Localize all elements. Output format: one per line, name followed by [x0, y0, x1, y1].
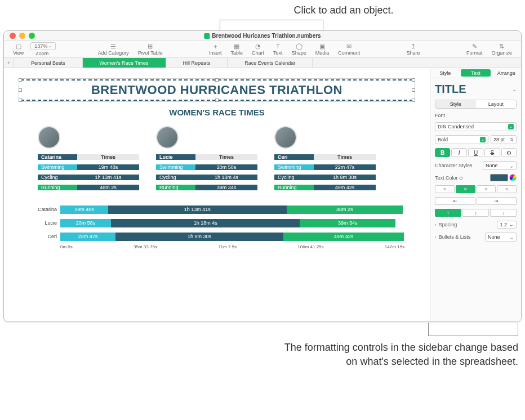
- valign-middle-button[interactable]: ↕: [462, 209, 489, 217]
- activity-label: Swimming: [38, 164, 77, 170]
- resize-handle[interactable]: [215, 99, 219, 102]
- spacing-select[interactable]: 1.2 ⌄: [497, 221, 517, 229]
- pivot-table-button[interactable]: ⊞ Pivot Table: [134, 43, 167, 56]
- paragraph-style-preview[interactable]: TITLE: [435, 83, 466, 96]
- resize-handle[interactable]: [412, 99, 415, 102]
- sheet-tab-personal-bests[interactable]: Personal Bests: [14, 58, 83, 68]
- sidebar-tab-text[interactable]: Text: [461, 69, 490, 77]
- table-button[interactable]: ▦Table: [226, 43, 248, 56]
- insert-label: Insert: [209, 50, 222, 56]
- advanced-options-button[interactable]: ⚙: [501, 148, 517, 157]
- font-size-stepper[interactable]: 28 pt ⇅: [491, 135, 517, 144]
- share-label: Share: [407, 50, 420, 56]
- resize-handle[interactable]: [412, 88, 415, 92]
- valign-bottom-button[interactable]: ↓: [490, 209, 517, 217]
- zoom-dropdown[interactable]: 137% ⌄: [30, 42, 56, 50]
- italic-button[interactable]: I: [451, 148, 466, 157]
- valign-top-button[interactable]: ↑: [435, 209, 461, 217]
- table-row: Cycling1h 9m 30s: [274, 172, 376, 182]
- resize-handle[interactable]: [215, 78, 219, 82]
- resize-handle[interactable]: [19, 78, 22, 82]
- indent-button[interactable]: ⇥: [477, 197, 517, 205]
- subtab-style[interactable]: Style: [435, 100, 476, 108]
- resize-handle[interactable]: [19, 99, 22, 102]
- align-left-button[interactable]: ≡: [435, 185, 455, 193]
- format-icon: ✎: [470, 43, 478, 50]
- chart-button[interactable]: ◔Chart: [247, 43, 269, 56]
- time-value: 48m 2s: [77, 185, 139, 190]
- outdent-button[interactable]: ⇤: [435, 197, 475, 205]
- chevron-down-icon[interactable]: ⌄: [512, 86, 517, 92]
- activity-label: Swimming: [156, 164, 195, 170]
- align-center-button[interactable]: ≡: [456, 185, 475, 193]
- chevron-right-icon[interactable]: ›: [435, 222, 437, 227]
- sheet-tab-label: Race Events Calendar: [244, 60, 295, 66]
- format-button[interactable]: ✎Format: [462, 43, 487, 56]
- sheet-tab-race-events[interactable]: Race Events Calendar: [228, 58, 313, 68]
- chart-bar-row: Catarina19m 48s1h 13m 41s48m 2s: [29, 204, 404, 215]
- table-header: LucieTimes: [156, 152, 257, 162]
- sidebar-body: TITLE ⌄ Style Layout Font DIN Condensed …: [430, 78, 521, 246]
- comment-button[interactable]: ✉Comment: [333, 43, 364, 56]
- subtab-layout[interactable]: Layout: [476, 100, 517, 108]
- close-window-button[interactable]: [10, 33, 16, 39]
- activity-label: Cycling: [274, 175, 314, 180]
- zoom-value: 137%: [34, 43, 47, 49]
- underline-button[interactable]: U: [468, 148, 483, 157]
- title-text-box[interactable]: BRENTWOOD HURRICANES TRIATHLON: [21, 79, 413, 101]
- spreadsheet-canvas[interactable]: BRENTWOOD HURRICANES TRIATHLON WOMEN'S R…: [4, 68, 430, 321]
- text-button[interactable]: TText: [269, 43, 287, 56]
- sheet-tab-womens-race-times[interactable]: Women's Race Times: [83, 58, 166, 68]
- axis-tick-label: 35m 33.75s: [134, 244, 157, 249]
- minimize-window-button[interactable]: [19, 33, 25, 39]
- bar-segment-cycling: 1h 9m 30s: [115, 233, 284, 241]
- sheet-tab-hill-repeats[interactable]: Hill Repeats: [166, 58, 228, 68]
- add-sheet-button[interactable]: +: [4, 58, 14, 68]
- text-color-swatch[interactable]: [490, 174, 508, 181]
- chart-bar-row: Ceri22m 47s1h 9m 30s49m 42s: [29, 231, 404, 242]
- sidebar-tab-style[interactable]: Style: [430, 68, 460, 78]
- shape-button[interactable]: ◯Shape: [287, 43, 311, 56]
- view-button[interactable]: ▢ View: [8, 43, 28, 56]
- font-weight-select[interactable]: Bold ⌄: [435, 135, 488, 144]
- chevron-down-icon: ⌄: [48, 44, 52, 48]
- stacked-bar-chart[interactable]: Catarina19m 48s1h 13m 41s48m 2sLucie20m …: [21, 204, 413, 249]
- table-icon: ▦: [233, 43, 241, 50]
- bullets-select[interactable]: None ⌄: [485, 233, 517, 242]
- chart-bar-row: Lucie20m 58s1h 18m 4s39m 34s: [29, 217, 404, 229]
- chevron-right-icon[interactable]: ›: [435, 235, 437, 240]
- add-category-button[interactable]: ☰ Add Category: [94, 43, 134, 56]
- time-value: 1h 13m 41s: [77, 175, 139, 180]
- athlete-table[interactable]: LucieTimesSwimming20m 58sCycling1h 18m 4…: [156, 126, 257, 193]
- view-label: View: [13, 50, 24, 56]
- color-picker-button[interactable]: [509, 174, 517, 181]
- align-justify-button[interactable]: ≡: [497, 185, 517, 193]
- share-icon: ↥: [410, 43, 417, 50]
- organize-button[interactable]: ⇅Organize: [487, 43, 517, 56]
- share-button[interactable]: ↥Share: [402, 43, 425, 56]
- media-button[interactable]: ▣Media: [311, 43, 334, 56]
- bar-segment-swimming: 22m 47s: [60, 233, 115, 241]
- media-label: Media: [315, 50, 330, 56]
- insert-button[interactable]: ＋Insert: [204, 43, 226, 56]
- zoom-window-button[interactable]: [29, 33, 35, 39]
- char-styles-label: Character Styles: [435, 163, 480, 168]
- athlete-table[interactable]: CatarinaTimesSwimming19m 48sCycling1h 13…: [38, 126, 139, 193]
- char-styles-select[interactable]: None ⌄: [483, 161, 517, 170]
- align-right-button[interactable]: ≡: [477, 185, 496, 193]
- font-family-select[interactable]: DIN Condensed ⌄: [435, 122, 517, 131]
- table-row: Running49m 42s: [274, 182, 376, 193]
- bar-category-label: Catarina: [29, 207, 60, 212]
- bold-button[interactable]: B: [435, 148, 450, 157]
- activity-label: Running: [38, 185, 77, 190]
- subtitle: WOMEN'S RACE TIMES: [21, 108, 413, 117]
- strikethrough-button[interactable]: S: [484, 148, 500, 157]
- sheet-tabs: + Personal Bests Women's Race Times Hill…: [4, 58, 521, 68]
- bar-segment-running: 49m 42s: [283, 233, 403, 241]
- resize-handle[interactable]: [412, 78, 415, 82]
- athlete-table[interactable]: CeriTimesSwimming22m 47sCycling1h 9m 30s…: [274, 126, 376, 193]
- style-layout-segment[interactable]: Style Layout: [435, 100, 517, 109]
- resize-handle[interactable]: [19, 88, 22, 92]
- indent-row: ⇤ ⇥: [435, 197, 517, 205]
- sidebar-tab-arrange[interactable]: Arrange: [492, 68, 521, 78]
